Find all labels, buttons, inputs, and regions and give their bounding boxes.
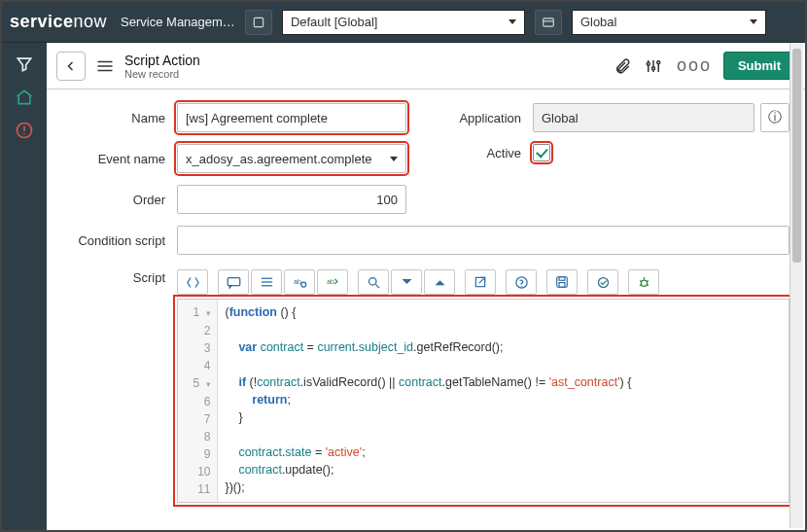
svg-point-31 [641,280,647,286]
name-input[interactable] [177,103,406,132]
svg-point-22 [368,277,376,285]
svg-point-12 [647,62,649,65]
svg-rect-1 [544,18,554,25]
form-subtitle: New record [124,68,200,80]
svg-point-13 [651,66,654,69]
settings-icon[interactable] [642,54,665,78]
top-banner: servicenow Service Managem… Default [Glo… [2,2,805,43]
app-name-label: Service Managem… [121,15,235,29]
replace-text-icon[interactable]: ab [317,269,348,295]
svg-rect-29 [559,283,565,288]
order-label: Order [62,193,177,207]
left-nav-rail [2,43,47,530]
scroll-up-icon[interactable] [424,269,455,295]
name-label: Name [62,111,177,125]
svg-point-5 [23,133,25,135]
main-panel: Script Action New record ooo Submit Name… [47,43,805,530]
application-info-icon[interactable]: ⓘ [760,103,789,132]
scope-picker-icon[interactable] [245,10,272,35]
svg-point-14 [657,60,660,63]
script-toolbar: abab [177,266,789,299]
application-input [533,103,754,132]
format-code-icon[interactable] [177,269,208,295]
svg-point-20 [300,282,305,287]
open-external-icon[interactable] [465,269,496,295]
header-text: Script Action New record [124,53,200,80]
event-name-value: x_adosy_as.agreement.complete [186,152,372,166]
save-icon[interactable] [546,269,578,295]
help-icon[interactable] [506,269,537,295]
event-name-label: Event name [62,152,177,166]
alert-icon[interactable] [15,121,34,140]
svg-text:ab: ab [294,278,301,285]
toggle-comment-icon[interactable] [251,269,282,295]
debug-icon[interactable] [628,269,659,295]
search-icon[interactable] [358,269,389,295]
find-text-icon[interactable]: ab [284,269,315,295]
scope-select[interactable]: Default [Global] [282,10,525,35]
check-syntax-icon[interactable] [587,269,618,295]
order-input[interactable] [177,185,406,214]
condition-script-input[interactable] [177,226,789,255]
active-checkbox[interactable] [533,144,550,161]
event-name-select[interactable]: x_adosy_as.agreement.complete [177,144,406,173]
vertical-scrollbar[interactable] [789,43,803,528]
scope-select-value: Default [Global] [291,11,378,34]
svg-line-23 [375,284,379,288]
context-menu-button[interactable] [93,54,117,78]
application-label: Application [445,111,533,125]
svg-point-26 [520,285,521,286]
svg-text:ab: ab [327,278,334,285]
comment-icon[interactable] [218,269,249,295]
svg-rect-15 [228,277,240,285]
scroll-down-icon[interactable] [391,269,422,295]
servicenow-logo: servicenow [10,12,107,32]
script-editor[interactable]: 1 ▾2345 ▾67891011 (function () { var con… [177,299,789,503]
update-set-select[interactable]: Global [572,10,766,35]
form-title: Script Action [124,53,200,68]
submit-button-header[interactable]: Submit [723,52,795,80]
script-label: Script [62,266,177,285]
active-label: Active [445,146,533,160]
scrollbar-thumb[interactable] [792,49,801,263]
svg-point-30 [598,277,608,287]
svg-rect-0 [254,18,263,26]
update-set-picker-icon[interactable] [535,10,562,35]
home-icon[interactable] [15,88,34,107]
filter-icon[interactable] [15,54,34,74]
more-actions-button[interactable]: ooo [673,55,716,76]
attachment-icon[interactable] [611,54,634,78]
svg-rect-28 [559,277,565,281]
update-set-select-value: Global [580,11,617,34]
condition-script-label: Condition script [62,233,177,248]
form-header: Script Action New record ooo Submit [47,43,805,89]
back-button[interactable] [56,52,86,81]
